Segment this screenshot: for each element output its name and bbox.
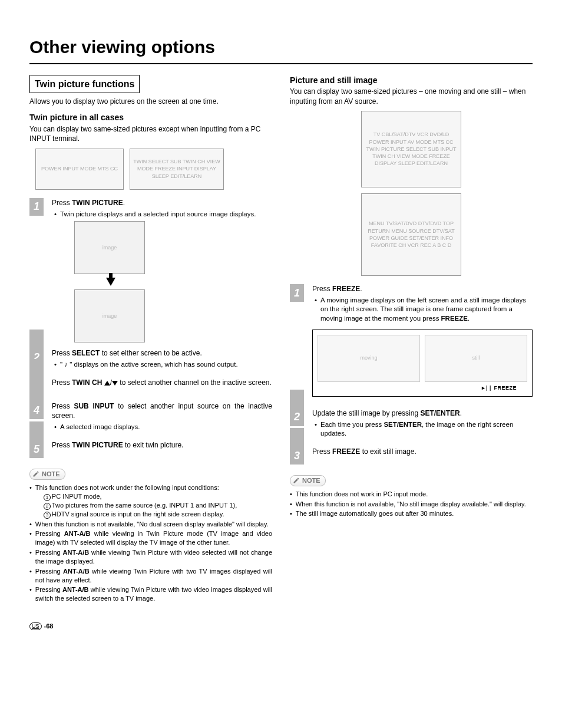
note-label: NOTE — [42, 470, 60, 479]
step-pre: Press — [52, 402, 74, 410]
step-post: to exit twin picture. — [123, 441, 184, 449]
note-list-right: •This function does not work in PC input… — [290, 490, 533, 519]
remote-illustrations: POWER INPUT MODE MTS CC TWIN SELECT SUB … — [35, 149, 272, 190]
note-text: This function does not work in PC input … — [296, 490, 428, 499]
car-image-right: still — [425, 335, 527, 382]
step-text: Press SUB INPUT to select another input … — [52, 401, 272, 420]
step-bullet: •A selected image displays. — [54, 423, 272, 432]
right-column: Picture and still image You can display … — [290, 75, 533, 605]
note-badge: NOTE — [290, 475, 326, 486]
note-text: Pressing ANT-A/B while viewing in Twin P… — [35, 529, 272, 547]
note-text: The still image automatically goes out a… — [296, 509, 454, 518]
step-post: to exit still image. — [360, 447, 416, 456]
step-number: 1 — [29, 198, 44, 216]
region-badge: US — [29, 622, 42, 630]
note-text: When this function is not available, "No… — [35, 520, 269, 529]
step-text: Press TWIN PICTURE. — [52, 198, 272, 207]
step-pre: Press — [52, 378, 72, 387]
sub-text: HDTV signal source is input on the right… — [52, 510, 224, 518]
note-list: • This function does not work under the … — [29, 483, 272, 603]
step-pre: Press — [312, 285, 332, 293]
step-pre: Update the still image by pressing — [312, 409, 420, 417]
car-image-left: moving — [318, 335, 420, 382]
step-number: 5 — [29, 440, 44, 458]
bullet-text: Twin picture displays and a selected inp… — [60, 210, 256, 219]
left-step-4: 4 Press SUB INPUT to select another inpu… — [29, 401, 272, 434]
bullet-text: " ♪ " displays on the active screen, whi… — [60, 360, 238, 370]
bullet-text: Each time you press SET/ENTER, the image… — [320, 420, 533, 439]
step-bold: FREEZE — [332, 447, 360, 456]
step-post: to set either screen to be active. — [100, 349, 201, 357]
section-title-twin: Twin picture functions — [29, 75, 140, 94]
pencil-icon — [32, 470, 39, 477]
step-bold: TWIN CH — [72, 378, 104, 387]
step-pre: Press — [52, 199, 72, 207]
page-number: -68 — [44, 622, 54, 631]
note-text: Pressing ANT-A/B while viewing Twin Pict… — [35, 548, 272, 566]
step-post: to select another channel on the inactiv… — [118, 378, 272, 387]
right-step-3: 3 Press FREEZE to exit still image. — [290, 447, 533, 465]
left-column: Twin picture functions Allows you to dis… — [29, 75, 272, 605]
step-bold: SET/ENTER — [420, 409, 459, 417]
step-bold: FREEZE — [332, 285, 360, 293]
note-text: This function does not work under the fo… — [35, 484, 219, 491]
step-bold: SELECT — [72, 349, 100, 357]
step-bullet: •" ♪ " displays on the active screen, wh… — [54, 360, 272, 370]
step-text: Update the still image by pressing SET/E… — [312, 409, 533, 418]
left-step-5: 5 Press TWIN PICTURE to exit twin pictur… — [29, 440, 272, 458]
circled-1-icon: 1 — [44, 494, 51, 501]
note-text: Pressing ANT-A/B while viewing Twin Pict… — [35, 585, 272, 603]
left-step-1: 1 Press TWIN PICTURE. •Twin picture disp… — [29, 198, 272, 343]
step-pre: Press — [312, 447, 332, 456]
step-post: . — [360, 285, 362, 293]
step-number: 4 — [29, 401, 44, 419]
step-number: 3 — [290, 447, 304, 465]
step-text: Press TWIN CH / to select another channe… — [52, 378, 272, 387]
freeze-illustration: moving still ▶|| FREEZE — [312, 330, 533, 397]
step-bullet: • A moving image displays on the left sc… — [315, 296, 533, 324]
pencil-icon — [293, 477, 300, 484]
remote-upper-left: POWER INPUT MODE MTS CC — [35, 149, 124, 190]
note-text: When this function is not available, "No… — [296, 500, 526, 509]
note-text: Pressing ANT-A/B while viewing Twin Pict… — [35, 567, 272, 585]
right-step-2: 2 Update the still image by pressing SET… — [290, 409, 533, 441]
page-footer: US -68 — [29, 622, 533, 631]
sub-text: PC INPUT mode, — [52, 493, 102, 500]
remote-navigation: MENU TV/SAT/DVD DTV/DVD TOP RETURN MENU … — [361, 193, 461, 276]
right-step-1: 1 Press FREEZE. • A moving image display… — [290, 284, 533, 403]
step-text: Press SELECT to set either screen to be … — [52, 348, 272, 358]
up-triangle-icon — [104, 381, 110, 386]
lion-image-bottom: image — [74, 289, 145, 342]
freeze-caption: ▶|| FREEZE — [318, 384, 527, 391]
step-text: Press FREEZE to exit still image. — [312, 447, 533, 456]
page-title: Other viewing options — [29, 35, 533, 64]
step-text: Press TWIN PICTURE to exit twin picture. — [52, 440, 272, 450]
down-triangle-icon — [112, 381, 118, 386]
desc-all-cases: You can display two same-sized pictures … — [29, 124, 272, 143]
left-step-2: 2 Press SELECT to set either screen to b… — [29, 348, 272, 372]
desc-picture-still: You can display two same-sized pictures … — [290, 87, 533, 106]
bullet-text: A moving image displays on the left scre… — [320, 296, 533, 324]
lion-image-top: image — [74, 221, 145, 274]
arrow-down-icon — [106, 278, 115, 286]
circled-3-icon: 3 — [44, 512, 51, 519]
note-label: NOTE — [302, 476, 320, 485]
step-bullet: • Each time you press SET/ENTER, the ima… — [315, 420, 533, 439]
step-bold: TWIN PICTURE — [72, 441, 123, 449]
sub-text: Two pictures from the same source (e.g. … — [52, 502, 237, 509]
circled-2-icon: 2 — [44, 503, 51, 510]
left-step-3: 3 Press TWIN CH / to select another chan… — [29, 378, 272, 396]
step-number: 2 — [290, 409, 304, 426]
subhead-picture-still: Picture and still image — [290, 75, 533, 86]
remote-upper-right: TWIN SELECT SUB TWIN CH VIEW MODE FREEZE… — [130, 149, 224, 190]
intro-text: Allows you to display two pictures on th… — [29, 97, 272, 106]
step-bold: SUB INPUT — [74, 402, 114, 410]
step-bold: TWIN PICTURE — [72, 199, 123, 207]
bullet-text: A selected image displays. — [60, 423, 140, 432]
subhead-all-cases: Twin picture in all cases — [29, 112, 272, 123]
remote-illustrations-right: TV CBL/SAT/DTV VCR DVD/LD POWER INPUT AV… — [290, 111, 533, 276]
step-text: Press FREEZE. — [312, 284, 533, 294]
step-bullet: •Twin picture displays and a selected in… — [54, 210, 272, 219]
note-badge: NOTE — [29, 469, 65, 480]
step-number: 1 — [290, 284, 304, 302]
